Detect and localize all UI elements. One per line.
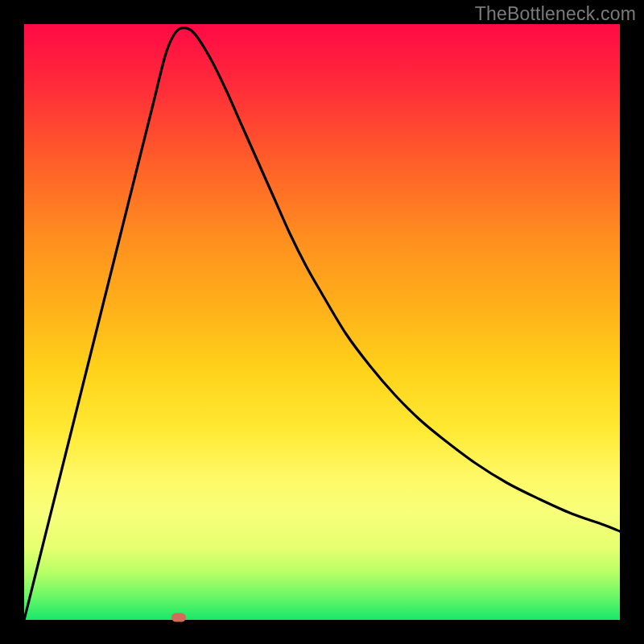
bottleneck-curve	[24, 24, 620, 620]
chart-plot-area	[24, 24, 620, 620]
curve-path	[24, 28, 620, 620]
watermark-text: TheBottleneck.com	[475, 3, 636, 25]
optimum-marker	[171, 613, 186, 622]
chart-frame: TheBottleneck.com	[0, 0, 644, 644]
